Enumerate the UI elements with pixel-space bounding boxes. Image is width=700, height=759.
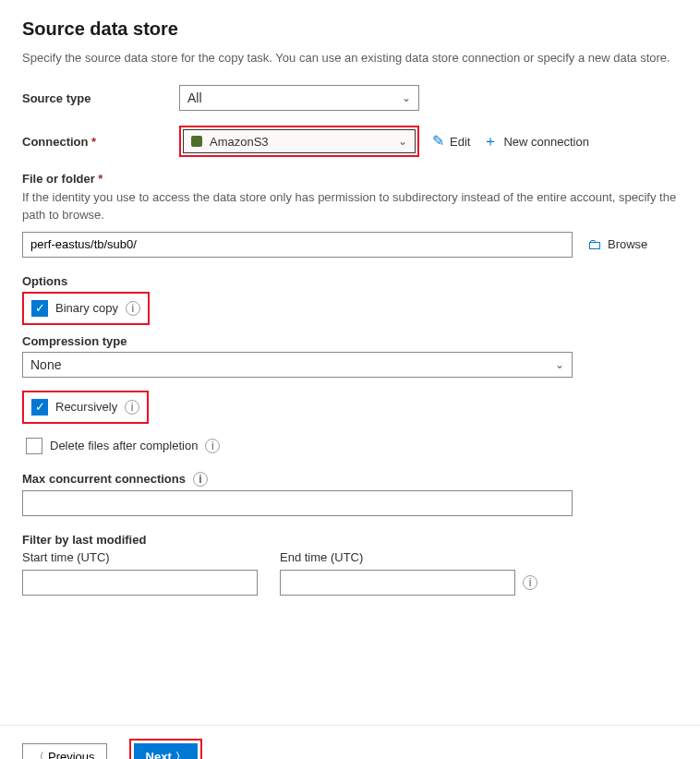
start-time-input[interactable] — [22, 570, 258, 596]
start-time-label: Start time (UTC) — [22, 550, 258, 564]
source-type-select[interactable]: All ⌄ — [179, 85, 419, 111]
filter-label: Filter by last modified — [22, 533, 678, 547]
wizard-footer: 〈 Previous Next 〉 — [0, 725, 700, 759]
file-section: File or folder If the identity you use t… — [22, 172, 678, 258]
binary-copy-highlight: Binary copy i — [22, 292, 150, 325]
new-connection-label: New connection — [503, 135, 589, 149]
chevron-left-icon: 〈 — [34, 752, 44, 759]
info-icon[interactable]: i — [193, 472, 208, 487]
binary-copy-checkbox[interactable]: Binary copy i — [26, 295, 146, 321]
max-conn-input[interactable] — [22, 490, 573, 516]
binary-copy-label: Binary copy — [55, 301, 118, 315]
connection-row: Connection AmazonS3 ⌄ ✎ Edit ＋ New conne… — [22, 126, 678, 157]
checkbox-checked-icon — [31, 399, 48, 416]
page-title: Source data store — [22, 18, 678, 40]
source-type-value: All — [187, 90, 202, 105]
options-label: Options — [22, 274, 678, 288]
recursively-highlight: Recursively i — [22, 391, 149, 424]
connection-value: AmazonS3 — [210, 135, 398, 149]
end-time-input[interactable] — [280, 570, 515, 596]
checkbox-unchecked-icon — [26, 438, 42, 454]
info-icon[interactable]: i — [125, 400, 139, 415]
plus-icon: ＋ — [483, 134, 498, 149]
delete-after-label: Delete files after completion — [50, 439, 198, 452]
edit-connection-button[interactable]: ✎ Edit — [432, 134, 470, 149]
connection-label: Connection — [22, 135, 179, 149]
file-path-input[interactable] — [22, 232, 573, 258]
info-icon[interactable]: i — [126, 301, 140, 316]
previous-label: Previous — [48, 750, 95, 759]
delete-after-checkbox[interactable]: Delete files after completion i — [22, 433, 225, 459]
info-icon[interactable]: i — [205, 439, 220, 453]
next-label: Next — [146, 750, 172, 759]
pencil-icon: ✎ — [432, 134, 444, 149]
source-type-label: Source type — [22, 91, 179, 105]
chevron-right-icon: 〉 — [175, 752, 186, 759]
checkbox-checked-icon — [31, 300, 48, 317]
compression-label: Compression type — [22, 334, 678, 348]
edit-label: Edit — [450, 135, 470, 149]
info-icon[interactable]: i — [523, 575, 537, 590]
folder-icon: 🗀 — [587, 236, 602, 253]
next-button[interactable]: Next 〉 — [134, 743, 198, 759]
browse-button[interactable]: 🗀 Browse — [587, 236, 647, 253]
max-conn-label: Max concurrent connections — [22, 472, 186, 486]
next-highlight: Next 〉 — [129, 739, 202, 759]
chevron-down-icon: ⌄ — [398, 136, 407, 147]
chevron-down-icon: ⌄ — [555, 359, 564, 370]
options-section: Options Binary copy i Compression type N… — [22, 274, 678, 516]
amazons3-icon — [191, 136, 202, 147]
browse-label: Browse — [608, 237, 647, 251]
connection-highlight: AmazonS3 ⌄ — [179, 126, 419, 157]
connection-select[interactable]: AmazonS3 ⌄ — [183, 129, 416, 153]
page-subtitle: Specify the source data store for the co… — [22, 51, 678, 65]
compression-value: None — [30, 357, 61, 372]
file-label: File or folder — [22, 172, 678, 186]
compression-select[interactable]: None ⌄ — [22, 352, 573, 378]
end-time-label: End time (UTC) — [280, 550, 537, 564]
recursively-label: Recursively — [55, 400, 117, 414]
max-conn-label-row: Max concurrent connections i — [22, 472, 678, 487]
source-type-row: Source type All ⌄ — [22, 85, 678, 111]
new-connection-button[interactable]: ＋ New connection — [483, 134, 589, 149]
chevron-down-icon: ⌄ — [402, 92, 411, 103]
filter-section: Filter by last modified Start time (UTC)… — [22, 533, 678, 596]
recursively-checkbox[interactable]: Recursively i — [26, 394, 145, 420]
previous-button[interactable]: 〈 Previous — [22, 743, 107, 759]
file-helper: If the identity you use to access the da… — [22, 189, 678, 224]
